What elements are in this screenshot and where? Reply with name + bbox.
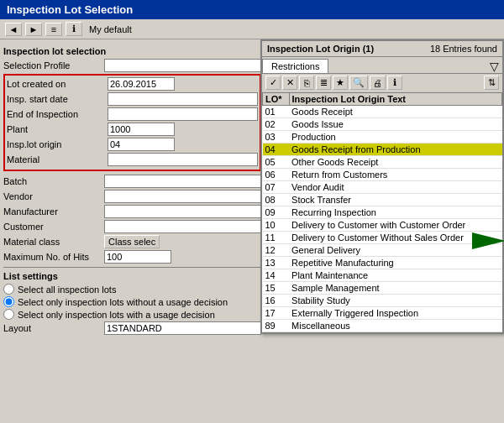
cell-text: Sample Management [289,282,501,295]
plant-input[interactable] [108,123,175,136]
cell-text: Miscellaneous [289,320,501,332]
vendor-group: Vendor [3,190,261,203]
cell-lo: 11 [263,232,290,244]
table-row[interactable]: 13Repetitive Manufacturing [263,257,502,269]
cell-lo: 13 [263,257,290,269]
dt-btn-print[interactable]: 🖨 [370,76,386,90]
radio-with-usage-input[interactable] [3,309,14,320]
cell-lo: 01 [263,106,290,118]
tab-restrictions[interactable]: Restrictions [262,59,328,73]
dropdown-scroll[interactable]: LO* Inspection Lot Origin Text 01Goods R… [262,92,502,332]
max-hits-input[interactable] [104,250,171,264]
table-row[interactable]: 05Other Goods Receipt [263,156,502,169]
toolbar-btn-menu[interactable]: ≡ [45,23,62,36]
table-row[interactable]: 04Goods Receipt from Production [263,144,502,156]
max-hits-label: Maximum No. of Hits [3,252,104,262]
table-row[interactable]: 08Stock Transfer [263,194,502,206]
table-row[interactable]: 07Vendor Audit [263,181,502,194]
table-row[interactable]: 02Goods Issue [263,118,502,131]
table-row[interactable]: 15Sample Management [263,282,502,295]
section-label-lot-selection: Inspection lot selection [3,46,261,56]
dropdown-toolbar: ✓ ✕ ⎘ ≣ ★ 🔍 🖨 ℹ ⇅ [262,74,502,92]
cell-lo: 16 [263,295,290,307]
manufacturer-input[interactable] [104,205,261,218]
insp-start-input[interactable] [108,92,258,106]
cell-lo: 05 [263,156,290,169]
radio-all-lots-input[interactable] [3,284,14,295]
dt-btn-info[interactable]: ℹ [387,76,402,90]
cell-lo: 07 [263,181,290,194]
material-input[interactable] [108,153,258,166]
batch-input[interactable] [104,175,261,188]
cell-text: Stock Transfer [289,194,501,206]
tab-bar: Restrictions ▽ [262,57,502,74]
cell-lo: 06 [263,169,290,181]
layout-input[interactable] [104,321,261,335]
table-row[interactable]: 12General Delivery [263,244,502,257]
cell-text: Production [289,131,501,144]
cell-text: Delivery to Customer Without Sales Order [289,232,501,244]
arrow-indicator [472,232,504,251]
dropdown-toolbar-left: ✓ ✕ ⎘ ≣ ★ 🔍 🖨 ℹ [265,76,402,90]
main-container: Inspection lot selection Selection Profi… [0,39,504,419]
toolbar-btn-info[interactable]: ℹ [66,22,82,36]
insp-lot-origin-input[interactable] [108,138,175,151]
lot-created-group: Lot created on [7,77,258,91]
table-row[interactable]: 01Goods Receipt [263,106,502,118]
toolbar-btn-forward[interactable]: ► [25,23,42,36]
cell-text: Goods Issue [289,118,501,131]
cell-text: Stability Study [289,295,501,307]
cell-lo: 10 [263,219,290,232]
table-row[interactable]: 89Miscellaneous [263,320,502,332]
cell-lo: 15 [263,282,290,295]
dt-btn-cancel[interactable]: ✕ [282,76,297,90]
dt-btn-copy[interactable]: ⎘ [299,76,314,90]
max-hits-group: Maximum No. of Hits [3,250,261,264]
lot-created-input[interactable] [108,77,175,91]
dt-btn-check[interactable]: ✓ [265,76,281,90]
selection-profile-label: Selection Profile [3,60,104,70]
selection-profile-group: Selection Profile [3,59,261,72]
col-lo: LO* [263,93,290,106]
cell-text: Repetitive Manufacturing [289,257,501,269]
lot-table: LO* Inspection Lot Origin Text 01Goods R… [262,92,502,332]
end-inspection-group: End of Inspection [7,107,258,121]
table-row[interactable]: 09Recurring Inspection [263,206,502,219]
cell-text: General Delivery [289,244,501,257]
lot-created-label: Lot created on [7,79,108,89]
table-row[interactable]: 14Plant Maintenance [263,269,502,282]
toolbar-btn-back[interactable]: ◄ [5,23,22,36]
divider [3,267,261,268]
cell-lo: 17 [263,307,290,320]
page-title: Inspection Lot Selection [7,3,133,16]
svg-marker-0 [472,232,504,249]
cell-lo: 02 [263,118,290,131]
dropdown-header: Inspection Lot Origin (1) 18 Entries fou… [262,41,502,57]
table-row[interactable]: 03Production [263,131,502,144]
left-panel: Inspection lot selection Selection Profi… [0,39,265,419]
dt-btn-star[interactable]: ★ [333,76,348,90]
radio-all-lots: Select all inspection lots [3,284,261,295]
vendor-input[interactable] [104,190,261,203]
radio-without-usage-input[interactable] [3,296,14,307]
table-row[interactable]: 16Stability Study [263,295,502,307]
customer-input[interactable] [104,220,261,233]
table-row[interactable]: 10Delivery to Customer with Customer Ord… [263,219,502,232]
table-row[interactable]: 17Externally Triggered Inspection [263,307,502,320]
class-select-button[interactable]: Class selec [104,235,160,248]
layout-label: Layout [3,323,104,333]
dt-btn-sort[interactable]: ⇅ [484,76,499,90]
end-inspection-input[interactable] [108,107,258,121]
table-row[interactable]: 06Return from Customers [263,169,502,181]
dt-btn-detail[interactable]: ≣ [316,76,331,90]
cell-text: Plant Maintenance [289,269,501,282]
dt-btn-search[interactable]: 🔍 [349,76,368,90]
cell-lo: 14 [263,269,290,282]
toolbar-default-label: My default [89,24,132,34]
table-row[interactable]: 11Delivery to Customer Without Sales Ord… [263,232,502,244]
manufacturer-group: Manufacturer [3,205,261,218]
insp-start-group: Insp. start date [7,92,258,106]
selection-profile-input[interactable] [104,59,261,72]
cell-text: Goods Receipt from Production [289,144,501,156]
plant-group: Plant [7,123,258,136]
